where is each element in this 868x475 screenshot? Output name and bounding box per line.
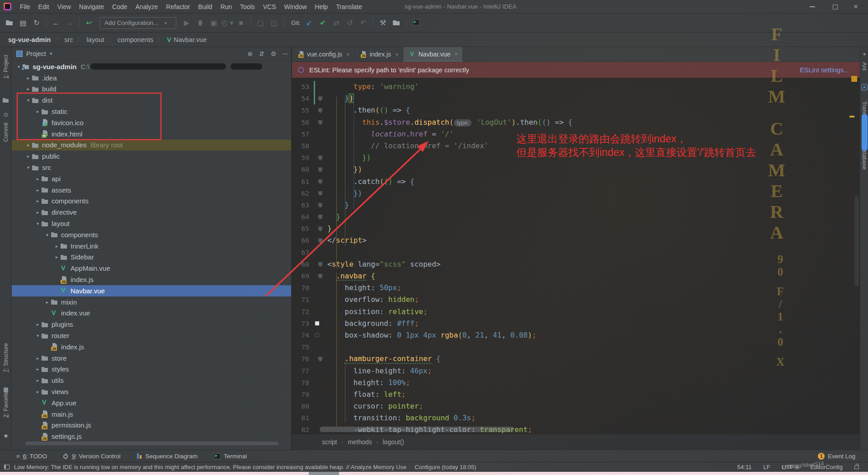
coverage-icon[interactable]: ▣ — [207, 19, 221, 27]
fold-marker-icon[interactable] — [318, 155, 322, 160]
tool-window-button-terminal[interactable]: Terminal — [214, 453, 247, 460]
maximize-button[interactable] — [825, 0, 845, 14]
gutter-markers[interactable] — [313, 81, 327, 93]
fold-marker-icon[interactable] — [318, 96, 322, 101]
tree-item-mixin[interactable]: ▸mixin — [12, 296, 291, 308]
tree-item-index-html[interactable]: index.html — [12, 128, 291, 140]
menu-item-code[interactable]: Code — [108, 0, 131, 14]
gutter-markers[interactable] — [313, 188, 327, 199]
tree-item-favicon-ico[interactable]: favicon.ico — [12, 117, 291, 128]
tool-window-button-sequence-diagram[interactable]: Sequence Diagram — [137, 453, 198, 460]
chevron-right-icon[interactable]: ▸ — [34, 198, 41, 203]
gutter-markers[interactable] — [313, 270, 327, 282]
tree-item-store[interactable]: ▸store — [12, 353, 291, 364]
line-number[interactable]: 61 — [292, 176, 313, 188]
editor-breadcrumb-item[interactable]: methods — [348, 438, 372, 446]
line-number[interactable]: 75 — [292, 341, 313, 353]
chevron-right-icon[interactable]: ▸ — [25, 154, 32, 159]
menu-item-analyze[interactable]: Analyze — [132, 0, 162, 14]
chevron-right-icon[interactable]: ▸ — [34, 210, 41, 215]
tree-item-views[interactable]: ▸views — [12, 386, 291, 397]
gutter-markers[interactable] — [313, 353, 327, 365]
chevron-right-icon[interactable]: ▸ — [25, 75, 32, 80]
tree-item-sidebar[interactable]: ▸Sidebar — [12, 252, 291, 263]
chevron-right-icon[interactable]: ▸ — [53, 244, 60, 249]
tab-index-js[interactable]: index.js× — [354, 47, 403, 61]
error-stripe-mark[interactable] — [851, 76, 857, 82]
tree-item-node-modules[interactable]: ▸node_moduleslibrary root — [12, 140, 291, 151]
wrench-icon[interactable]: ⚒ — [376, 19, 390, 27]
chevron-right-icon[interactable]: ▸ — [34, 109, 41, 114]
line-number[interactable]: 77 — [292, 365, 313, 377]
page-scrollbar-thumb[interactable] — [862, 114, 868, 151]
gutter-markers[interactable] — [313, 389, 327, 400]
tab-vue-config-js[interactable]: vue.config.js× — [292, 47, 354, 61]
eslint-settings-link[interactable]: ESLint settings... — [800, 66, 849, 74]
menu-item-file[interactable]: File — [16, 0, 34, 14]
editor-horizontal-scrollbar[interactable] — [320, 427, 514, 432]
fold-marker-icon[interactable] — [318, 238, 322, 243]
tree-item-router[interactable]: ▾router — [12, 330, 291, 341]
chevron-right-icon[interactable]: ▸ — [34, 356, 41, 361]
tree-item-index-js[interactable]: index.js — [12, 274, 291, 285]
line-number[interactable]: 73 — [292, 318, 313, 329]
chevron-right-icon[interactable]: ▸ — [34, 176, 41, 181]
gutter-markers[interactable] — [313, 365, 327, 377]
menu-item-build[interactable]: Build — [194, 0, 216, 14]
line-number[interactable]: 53 — [292, 81, 313, 93]
gutter-markers[interactable] — [313, 247, 327, 259]
menu-item-edit[interactable]: Edit — [34, 0, 53, 14]
chevron-right-icon[interactable]: ▸ — [34, 389, 41, 394]
menu-item-vcs[interactable]: VCS — [259, 0, 280, 14]
sync-icon[interactable]: ↻ — [30, 19, 43, 27]
gutter-markers[interactable] — [313, 128, 327, 140]
chevron-right-icon[interactable]: ▸ — [44, 300, 51, 305]
sidebar-item-project[interactable]: 1: Project — [3, 67, 9, 79]
chevron-down-icon[interactable]: ▾ — [25, 165, 32, 170]
fold-marker-icon[interactable] — [318, 203, 322, 208]
git-commit-icon[interactable]: ✔ — [316, 19, 330, 27]
line-number[interactable]: 57 — [292, 128, 313, 140]
breadcrumb-item[interactable]: sg-vue-admin — [8, 36, 51, 43]
gutter-markers[interactable] — [313, 140, 327, 152]
fold-marker-icon[interactable] — [318, 167, 322, 172]
line-number[interactable]: 55 — [292, 104, 313, 116]
run-icon[interactable]: ▶ — [180, 19, 193, 27]
debug-icon[interactable]: ⬮ — [193, 19, 207, 27]
gutter-markers[interactable] — [313, 412, 327, 424]
forward-icon[interactable]: → — [63, 19, 76, 27]
gutter-markers[interactable] — [313, 341, 327, 353]
chevron-right-icon[interactable]: ▸ — [25, 142, 32, 147]
gutter-markers[interactable] — [313, 400, 327, 412]
tree-item-components[interactable]: ▾components — [12, 229, 291, 240]
gutter-markers[interactable] — [313, 235, 327, 246]
chevron-down-icon[interactable]: ▾ — [34, 333, 41, 338]
git-update-icon[interactable]: ↙ — [302, 19, 316, 27]
chevron-down-icon[interactable]: ▾ — [25, 98, 32, 103]
status-message[interactable]: Low Memory: The IDE is running low on me… — [14, 464, 406, 470]
chevron-down-icon[interactable]: ▼ — [49, 52, 53, 56]
error-stripe-mark[interactable] — [849, 116, 854, 118]
tree-item-assets[interactable]: ▸assets — [12, 184, 291, 196]
tree-item--idea[interactable]: ▸.idea — [12, 72, 291, 84]
save-icon[interactable]: ▤ — [16, 19, 30, 27]
tool-window-button-version-control[interactable]: 9: Version Control — [63, 453, 120, 460]
tool-window-button-todo[interactable]: ≡6: TODO — [16, 453, 47, 460]
menu-item-help[interactable]: Help — [311, 0, 332, 14]
sidebar-item-translate[interactable]: Translate — [861, 101, 868, 113]
line-number[interactable]: 71 — [292, 294, 313, 306]
gutter-markers[interactable] — [313, 176, 327, 188]
line-number[interactable]: 76 — [292, 353, 313, 365]
line-number[interactable]: 72 — [292, 306, 313, 318]
tree-item-utils[interactable]: ▸utils — [12, 375, 291, 386]
terminal-run-icon[interactable] — [409, 19, 423, 27]
gutter-markers[interactable] — [313, 223, 327, 235]
fold-marker-icon[interactable] — [318, 357, 322, 362]
line-number[interactable]: 62 — [292, 188, 313, 199]
open-icon[interactable] — [3, 19, 16, 27]
line-number[interactable]: 68 — [292, 259, 313, 270]
tree-item-innerlink[interactable]: ▸InnerLink — [12, 240, 291, 252]
gutter-markers[interactable] — [313, 318, 327, 329]
event-log-button[interactable]: 1 Event Log — [818, 453, 855, 460]
line-number[interactable]: 60 — [292, 164, 313, 175]
